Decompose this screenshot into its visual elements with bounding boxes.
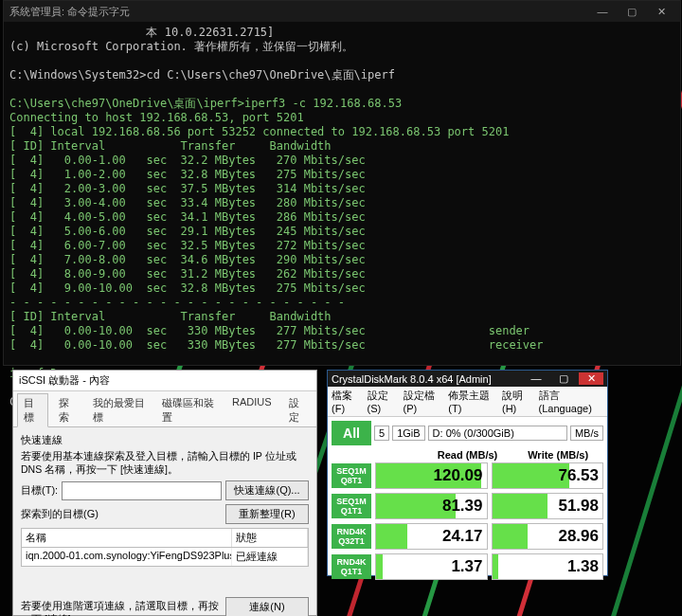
menu-item[interactable]: 檔案(F) — [332, 389, 362, 414]
quick-help: 若要使用基本連線探索及登入目標，請輸入目標的 IP 位址或 DNS 名稱，再按一… — [21, 450, 309, 477]
write-bar: 76.53 — [492, 462, 604, 489]
maximize-icon[interactable]: ▢ — [551, 372, 576, 385]
bench-row: RND4KQ1T11.371.38 — [328, 552, 607, 582]
target-row[interactable]: iqn.2000-01.com.synology:YiFengDS923Plus… — [21, 548, 309, 567]
menu-item[interactable]: 說明(H) — [502, 389, 533, 414]
passes-select[interactable]: 5 — [374, 426, 389, 441]
read-bar: 120.09 — [375, 462, 488, 489]
tab-5[interactable]: 設定 — [282, 393, 314, 426]
close-icon[interactable]: ✕ — [579, 372, 603, 385]
maximize-icon[interactable]: ▢ — [619, 6, 645, 18]
read-bar: 1.37 — [375, 553, 488, 580]
write-bar: 28.96 — [492, 523, 604, 550]
col-status[interactable]: 狀態 — [232, 529, 308, 547]
menu-item[interactable]: 設定檔(P) — [404, 389, 443, 414]
minimize-icon[interactable]: — — [524, 372, 548, 384]
bench-row: SEQ1MQ8T1120.0976.53 — [328, 461, 607, 491]
connect-button[interactable]: 連線(N) — [225, 597, 309, 616]
read-bar: 24.17 — [375, 523, 488, 550]
drive-select[interactable]: D: 0% (0/300GiB) — [428, 426, 567, 441]
menu-item[interactable]: 佈景主題(T) — [448, 389, 496, 414]
col-name[interactable]: 名稱 — [22, 529, 232, 547]
write-header: Write (MB/s) — [512, 449, 603, 461]
tab-1[interactable]: 探索 — [52, 393, 83, 426]
bench-row: RND4KQ32T124.1728.96 — [328, 521, 607, 552]
bench-button[interactable]: RND4KQ1T1 — [332, 554, 371, 579]
discovered-label: 探索到的目標(G) — [21, 507, 99, 521]
terminal-window: 系統管理員: 命令提示字元 — ▢ ✕ 本 10.0.22631.2715] (… — [3, 0, 681, 366]
read-bar: 81.39 — [375, 493, 488, 519]
tab-3[interactable]: 磁碟區和裝置 — [155, 393, 221, 426]
size-select[interactable]: 1GiB — [392, 426, 424, 441]
menu-item[interactable]: 設定(S) — [368, 389, 398, 414]
target-label: 目標(T): — [21, 483, 58, 498]
cdm-title: CrystalDiskMark 8.0.4 x64 [Admin] — [332, 373, 492, 385]
quick-section-label: 快速連線 — [21, 433, 309, 447]
tab-4[interactable]: RADIUS — [225, 393, 278, 426]
all-button[interactable]: All — [332, 421, 371, 445]
terminal-body[interactable]: 本 10.0.22631.2715] (c) Microsoft Corpora… — [4, 22, 680, 413]
tab-2[interactable]: 我的最愛目標 — [86, 393, 152, 426]
target-input[interactable] — [62, 481, 222, 500]
quick-connect-button[interactable]: 快速連線(Q)... — [225, 480, 309, 500]
read-header: Read (MB/s) — [422, 449, 513, 461]
bench-button[interactable]: RND4KQ32T1 — [332, 524, 371, 549]
terminal-title: 系統管理員: 命令提示字元 — [9, 5, 130, 19]
write-bar: 1.38 — [492, 553, 604, 580]
cdm-window: CrystalDiskMark 8.0.4 x64 [Admin] — ▢ ✕ … — [327, 370, 608, 576]
menu-item[interactable]: 語言(Language) — [539, 389, 603, 414]
unit-select[interactable]: MB/s — [570, 426, 603, 441]
write-bar: 51.98 — [492, 493, 604, 519]
bench-button[interactable]: SEQ1MQ8T1 — [332, 463, 371, 488]
iscsi-title: iSCSI 啟動器 - 內容 — [13, 371, 316, 391]
bench-row: SEQ1MQ1T181.3951.98 — [328, 491, 607, 521]
tab-0[interactable]: 目標 — [17, 393, 48, 427]
refresh-button[interactable]: 重新整理(R) — [225, 504, 309, 524]
bench-button[interactable]: SEQ1MQ1T1 — [332, 494, 371, 518]
iscsi-window: iSCSI 啟動器 - 內容 目標探索我的最愛目標磁碟區和裝置RADIUS設定 … — [12, 370, 317, 616]
minimize-icon[interactable]: — — [589, 6, 616, 17]
close-icon[interactable]: ✕ — [648, 6, 674, 18]
